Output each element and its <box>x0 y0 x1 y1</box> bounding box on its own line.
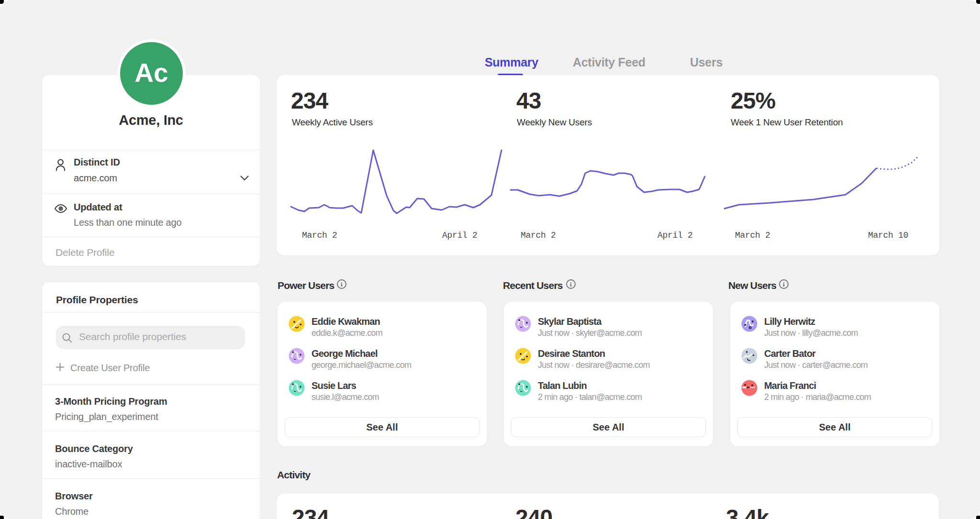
svg-text:i: i <box>570 281 572 288</box>
svg-text:i: i <box>783 281 785 288</box>
svg-text:i: i <box>341 281 343 288</box>
